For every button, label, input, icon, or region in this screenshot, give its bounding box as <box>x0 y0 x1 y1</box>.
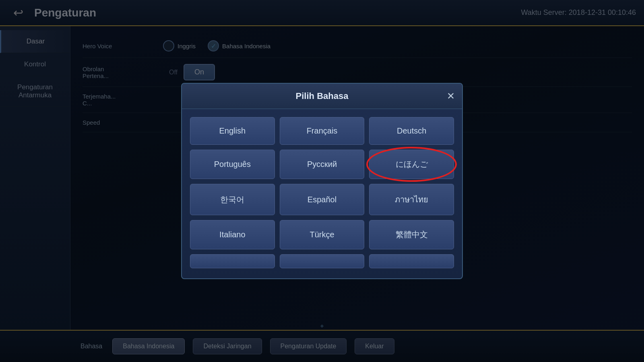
lang-btn-deutsch[interactable]: Deutsch <box>369 117 454 145</box>
scroll-btn-2 <box>280 254 365 268</box>
dialog-title: Pilih Bahasa <box>296 91 349 101</box>
lang-btn-chinese-traditional[interactable]: 繁體中文 <box>369 220 454 249</box>
dialog-overlay: Pilih Bahasa ✕ English Français Deutsch … <box>0 0 644 362</box>
dialog-header: Pilih Bahasa ✕ <box>182 84 462 109</box>
language-grid: English Français Deutsch Português Русск… <box>190 117 454 249</box>
scroll-btn-1 <box>190 254 275 268</box>
lang-btn-japanese[interactable]: にほんご <box>369 150 454 179</box>
lang-btn-russian[interactable]: Русский <box>280 150 365 179</box>
dialog-body: English Français Deutsch Português Русск… <box>182 109 462 278</box>
lang-btn-francais[interactable]: Français <box>280 117 365 145</box>
dialog-close-button[interactable]: ✕ <box>447 91 455 101</box>
language-dialog: Pilih Bahasa ✕ English Français Deutsch … <box>181 83 463 279</box>
lang-btn-english[interactable]: English <box>190 117 275 145</box>
lang-btn-italiano[interactable]: Italiano <box>190 220 275 249</box>
dialog-scroll-hint <box>190 254 454 270</box>
lang-btn-espanol[interactable]: Español <box>280 184 365 215</box>
lang-btn-portugues[interactable]: Português <box>190 150 275 179</box>
lang-btn-thai[interactable]: ภาษาไทย <box>369 184 454 215</box>
lang-btn-turkce[interactable]: Türkçe <box>280 220 365 249</box>
scroll-btn-3 <box>369 254 454 268</box>
lang-btn-korean[interactable]: 한국어 <box>190 184 275 215</box>
